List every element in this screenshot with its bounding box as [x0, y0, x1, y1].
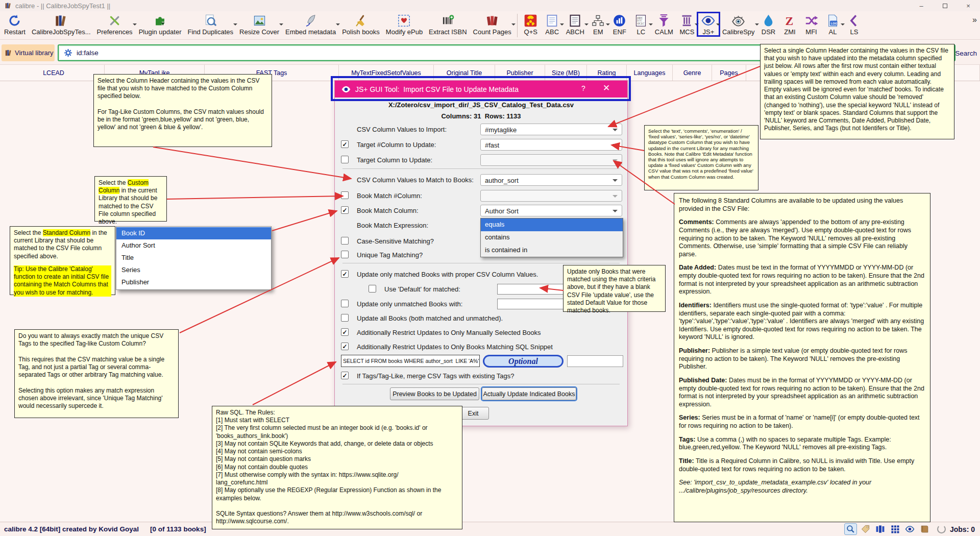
- update-all-checkbox[interactable]: [341, 314, 349, 322]
- toolbar-overflow-chevron[interactable]: »: [972, 15, 977, 25]
- restrict-manual-checkbox[interactable]: ✓: [341, 328, 349, 336]
- column-header-rating[interactable]: Rating: [587, 65, 627, 81]
- column-header-lcead[interactable]: LCEAD: [3, 65, 105, 81]
- target-hash-checkbox[interactable]: ✓: [341, 140, 349, 148]
- dialog-titlebar[interactable]: JS+ GUI Tool: Import CSV File to Update …: [335, 81, 627, 98]
- gear-icon[interactable]: [64, 48, 72, 57]
- cover-grid-toggle[interactable]: [889, 523, 901, 535]
- toolbar-item-preferences[interactable]: Preferences: [94, 13, 136, 36]
- svg-text:OCLC: OCLC: [638, 21, 645, 25]
- book-match-hash-select[interactable]: [480, 190, 622, 202]
- toolbar-item-label: MCS: [680, 28, 695, 36]
- target-column-select[interactable]: [480, 154, 622, 166]
- toolbar-item-count-pages[interactable]: Count Pages: [470, 13, 514, 36]
- column-header-genre[interactable]: Genre: [673, 65, 712, 81]
- toolbar-item-zmi[interactable]: ZZMI: [779, 13, 801, 36]
- toolbar-item-em[interactable]: EM: [587, 13, 609, 36]
- chevron-down-icon: [612, 179, 618, 184]
- chevron-down-icon[interactable]: [511, 23, 516, 28]
- toolbar-item-polish-books[interactable]: Polish books: [339, 13, 383, 36]
- book-match-hash-checkbox[interactable]: [341, 191, 349, 199]
- preview-books-button[interactable]: Preview Books to be Updated: [390, 387, 479, 400]
- standard-column-option-series[interactable]: Series: [116, 264, 271, 276]
- search-button[interactable]: Search: [955, 50, 977, 57]
- match-expression-option-equals[interactable]: equals: [481, 218, 623, 231]
- use-default-checkbox[interactable]: [369, 285, 376, 293]
- isbn-icon: [440, 13, 455, 28]
- cover-browser-toggle[interactable]: [874, 523, 887, 535]
- toolbar-item-modify-epub[interactable]: Modify ePub: [383, 13, 426, 36]
- sql-extra-input[interactable]: [567, 355, 623, 367]
- row-restrict-manual: ✓ Additionally Restrict Updates to Only …: [335, 327, 627, 339]
- sql-snippet-input[interactable]: [341, 355, 480, 367]
- update-matched-checkbox[interactable]: ✓: [341, 270, 349, 278]
- target-hash-select[interactable]: #fast: [480, 139, 622, 151]
- standard-column-option-book-id[interactable]: Book ID: [116, 227, 271, 239]
- jobs-count[interactable]: Jobs: 0: [950, 525, 975, 533]
- jobs-spinner[interactable]: [937, 525, 946, 533]
- actually-update-button[interactable]: Actually Update Indicated Books: [482, 387, 576, 400]
- search-highlight-toggle[interactable]: [844, 523, 857, 535]
- toolbar-item-calibrejobspytes[interactable]: CalibreJobSpyTes...: [29, 13, 94, 36]
- column-header-pages[interactable]: Pages: [712, 65, 746, 81]
- callout-standard-column: Select the Standard Column in the curren…: [10, 226, 115, 295]
- merge-tags-checkbox[interactable]: ✓: [341, 372, 349, 379]
- update-unmatched-checkbox[interactable]: [341, 300, 349, 307]
- standard-column-section-tags: Tags: Use a comma (,) with no spaces to …: [679, 436, 925, 452]
- match-values-select[interactable]: author_sort: [480, 174, 622, 186]
- toolbar-item-embed-metadata[interactable]: Embed metadata: [282, 13, 339, 36]
- finddup-icon: [203, 13, 218, 28]
- toolbar-item-dsr[interactable]: DSR: [758, 13, 779, 36]
- toolbar-item-mfi[interactable]: MFI: [801, 13, 822, 36]
- column-header-size-mb[interactable]: Size (MB): [545, 65, 587, 81]
- close-button[interactable]: ×: [957, 0, 980, 11]
- standard-column-section-series: Series: Series must be in a format of 'n…: [679, 414, 925, 430]
- toolbar-item-enf[interactable]: ENF: [609, 13, 630, 36]
- dialog-help-button[interactable]: ?: [581, 84, 585, 92]
- column-header-languages[interactable]: Languages: [627, 65, 673, 81]
- toolbar-item-calibrespy[interactable]: CalibreSpy: [719, 13, 758, 36]
- toolbar-item-restart[interactable]: Restart: [1, 13, 29, 36]
- toolbar-item-abc[interactable]: ABC: [542, 13, 563, 36]
- callout-use-default: Update only Books that were matched usin…: [563, 265, 666, 312]
- toolbar-item-mcs[interactable]: MCS: [676, 13, 698, 36]
- csv-import-select[interactable]: #mytaglike: [480, 124, 622, 135]
- maximize-button[interactable]: [933, 0, 957, 11]
- toolbar-item-lc[interactable]: DDCLCCOCLCLC: [630, 13, 652, 36]
- standard-column-option-title[interactable]: Title: [116, 252, 271, 264]
- book-details-toggle[interactable]: [918, 523, 931, 535]
- toolbar-item-ls[interactable]: LS: [844, 13, 865, 36]
- standard-column-option-publisher[interactable]: Publisher: [116, 276, 271, 288]
- toolbar-item-al[interactable]: LOGAL: [822, 13, 844, 36]
- restart-icon: [7, 13, 22, 28]
- column-header-publisher[interactable]: Publisher: [495, 65, 545, 81]
- enf-icon: [612, 13, 627, 28]
- minimize-button[interactable]: –: [910, 0, 933, 11]
- virtual-library-button[interactable]: Virtual library: [2, 44, 55, 61]
- tag-browser-toggle[interactable]: [859, 523, 872, 535]
- toolbar-item-extract-isbn[interactable]: Extract ISBN: [426, 13, 470, 36]
- toolbar-item-find-duplicates[interactable]: Find Duplicates: [184, 13, 236, 36]
- restrict-sql-checkbox[interactable]: ✓: [341, 343, 349, 350]
- standard-column-option-author-sort[interactable]: Author Sort: [116, 239, 271, 252]
- spy-icon: [731, 13, 746, 28]
- toolbar-item-js[interactable]: JS+: [698, 13, 719, 36]
- search-input[interactable]: [77, 49, 281, 57]
- column-header-original-title[interactable]: Original Title: [434, 65, 495, 81]
- book-match-checkbox[interactable]: ✓: [341, 206, 349, 214]
- unique-tag-checkbox[interactable]: [341, 251, 349, 258]
- case-sensitive-checkbox[interactable]: [341, 237, 349, 245]
- column-header-mytextfixedsetofvalues[interactable]: MyTextFixedSetofValues: [339, 65, 434, 81]
- toolbar-item-calm[interactable]: CALM: [652, 13, 676, 36]
- toolbar-item-plugin-updater[interactable]: Plugin updater: [136, 13, 185, 36]
- toolbar-item-resize-cover[interactable]: Resize Cover: [236, 13, 282, 36]
- toolbar-item-abch[interactable]: ABCH: [563, 13, 587, 36]
- match-expression-option-is-contained-in[interactable]: is contained in: [481, 244, 623, 257]
- dialog-close-button[interactable]: ✕: [603, 83, 610, 93]
- match-expression-option-contains[interactable]: contains: [481, 231, 623, 244]
- main-toolbar: RestartCalibreJobSpyTes...PreferencesPlu…: [0, 11, 980, 40]
- book-match-select[interactable]: Author Sort: [480, 205, 622, 216]
- toolbar-item-q-s[interactable]: Q+S: [520, 13, 542, 36]
- quickview-toggle[interactable]: [903, 523, 916, 535]
- target-column-checkbox[interactable]: [341, 156, 349, 163]
